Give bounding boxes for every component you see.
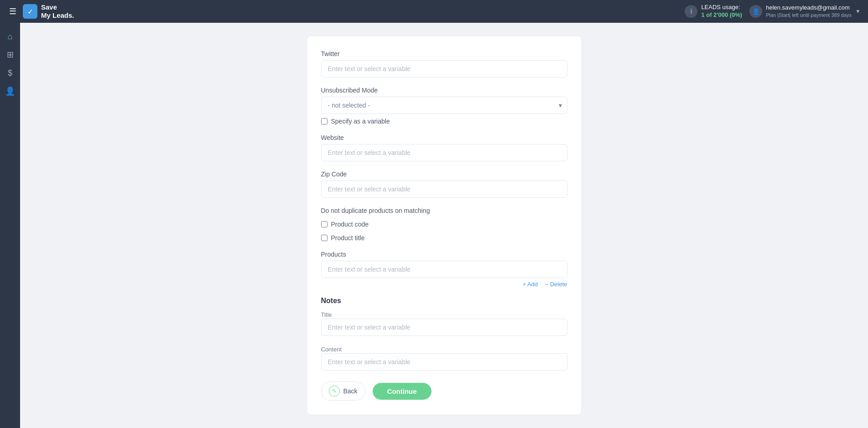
form-container: Twitter Unsubscribed Mode - not selected… [307,36,581,414]
leads-usage: i LEADS usage: 1 of 2'000 (0%) [685,4,742,19]
hamburger-button[interactable]: ☰ [7,5,18,18]
products-label: Products [321,251,567,258]
product-title-wrapper: Product title [321,234,567,242]
sidebar-item-dollar[interactable]: $ [2,65,18,81]
duplicate-group: Do not duplicate products on matching Pr… [321,207,567,242]
content-label: Content [321,346,342,353]
header: ☰ ✓ Save My Leads. i LEADS usage: 1 of 2… [0,0,868,23]
twitter-input[interactable] [321,60,567,77]
product-title-label[interactable]: Product title [331,234,365,242]
sidebar-item-home[interactable]: ⌂ [2,28,18,45]
logo-text: Save My Leads. [41,3,74,20]
product-code-label[interactable]: Product code [331,221,369,228]
continue-button[interactable]: Continue [373,383,431,400]
add-link[interactable]: + Add [522,281,538,288]
notes-group: Notes Title Content [321,297,567,371]
delete-link[interactable]: – Delete [545,281,567,288]
user-avatar-icon: 👤 [749,5,762,18]
specify-variable-checkbox[interactable] [321,118,327,124]
unsubscribed-mode-select[interactable]: - not selected - Unsubscribe Subscribe [321,97,567,114]
usage-text: LEADS usage: 1 of 2'000 (0%) [701,4,742,19]
unsubscribed-mode-group: Unsubscribed Mode - not selected - Unsub… [321,87,567,125]
products-group: Products + Add – Delete [321,251,567,288]
user-info: 👤 helen.savemyleads@gmail.com Plan |Star… [749,4,861,18]
unsubscribed-mode-select-wrapper: - not selected - Unsubscribe Subscribe ▾ [321,97,567,114]
zip-code-group: Zip Code [321,170,567,198]
title-input[interactable] [321,319,567,336]
website-input[interactable] [321,144,567,161]
leads-count: 1 of 2'000 (0%) [701,11,742,19]
user-details: helen.savemyleads@gmail.com Plan |Start|… [766,4,852,18]
leads-usage-label: LEADS usage: [701,4,742,11]
title-label: Title [321,311,332,318]
notes-title-group: Title [321,310,567,336]
product-code-wrapper: Product code [321,221,567,228]
website-label: Website [321,134,567,141]
logo[interactable]: ✓ Save My Leads. [23,3,74,20]
sidebar-item-user[interactable]: 👤 [2,83,18,99]
header-right: i LEADS usage: 1 of 2'000 (0%) 👤 helen.s… [685,4,861,19]
header-left: ☰ ✓ Save My Leads. [7,3,74,20]
products-input[interactable] [321,261,567,278]
back-button[interactable]: ✎ Back [321,382,365,401]
notes-title: Notes [321,297,567,305]
user-email: helen.savemyleads@gmail.com [766,4,852,12]
back-icon: ✎ [329,386,340,397]
specify-variable-label[interactable]: Specify as a variable [331,118,390,125]
sidebar: ⌂ ⊞ $ 👤 [0,23,20,428]
zip-code-input[interactable] [321,180,567,198]
twitter-group: Twitter [321,50,567,77]
products-actions: + Add – Delete [321,281,567,288]
notes-content-group: Content [321,345,567,371]
info-icon: i [685,5,697,18]
product-code-checkbox[interactable] [321,221,327,227]
content-input[interactable] [321,353,567,371]
button-row: ✎ Back Continue [321,382,567,401]
unsubscribed-mode-label: Unsubscribed Mode [321,87,567,94]
logo-icon: ✓ [23,4,37,19]
duplicate-label: Do not duplicate products on matching [321,207,567,214]
product-title-checkbox[interactable] [321,235,327,241]
website-group: Website [321,134,567,161]
chevron-down-icon[interactable]: ▼ [855,8,861,15]
twitter-label: Twitter [321,50,567,57]
back-label: Back [343,387,358,395]
sidebar-item-grid[interactable]: ⊞ [2,46,18,63]
main-content: Twitter Unsubscribed Mode - not selected… [20,23,868,428]
specify-variable-wrapper: Specify as a variable [321,118,567,125]
zip-code-label: Zip Code [321,170,567,178]
duplicate-checkboxes: Product code Product title [321,217,567,242]
user-plan: Plan |Start| left until payment 389 days [766,12,852,18]
